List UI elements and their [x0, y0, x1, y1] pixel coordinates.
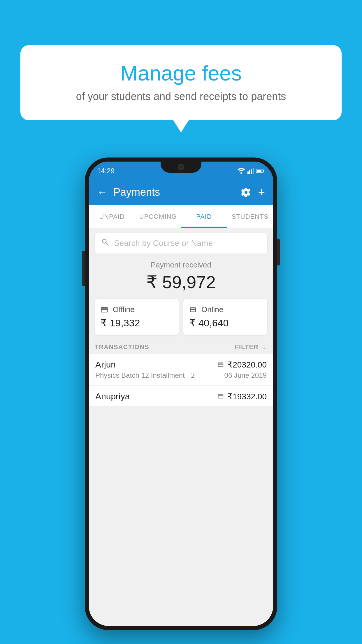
payment-total-amount: ₹ 59,972 [89, 272, 273, 292]
svg-rect-3 [251, 169, 252, 174]
transaction-top-2: Anupriya ₹19332.00 [95, 391, 267, 401]
speech-bubble: Manage fees of your students and send re… [20, 45, 342, 120]
transaction-bottom: Physics Batch 12 Installment - 2 06 June… [95, 371, 267, 379]
offline-icon [100, 306, 109, 314]
phone-outer: 14:29 [85, 158, 277, 630]
offline-payment-icon [217, 393, 224, 400]
svg-rect-4 [253, 168, 254, 174]
filter-icon [261, 344, 267, 350]
payment-summary: Payment received ₹ 59,972 [89, 253, 273, 296]
online-amount: ₹ 40,640 [189, 317, 262, 329]
svg-point-0 [240, 172, 242, 174]
tab-paid[interactable]: PAID [181, 205, 227, 228]
add-button[interactable]: + [258, 186, 265, 199]
camera [178, 164, 184, 170]
online-icon [189, 306, 197, 313]
online-card-header: Online [189, 305, 262, 314]
offline-card-header: Offline [100, 305, 173, 314]
search-bar[interactable]: Search by Course or Name [95, 233, 267, 253]
transaction-top: Arjun ₹20320.00 [95, 360, 267, 370]
transaction-date: 06 June 2019 [224, 371, 267, 379]
content-area: Search by Course or Name Payment receive… [89, 228, 273, 626]
student-name: Arjun [95, 360, 116, 370]
table-row[interactable]: Anupriya ₹19332.00 [89, 386, 273, 406]
transaction-amount-wrap-2: ₹19332.00 [217, 392, 267, 401]
settings-icon[interactable] [241, 187, 251, 197]
transaction-amount: ₹20320.00 [227, 360, 267, 370]
offline-amount: ₹ 19,332 [101, 317, 173, 329]
filter-button[interactable]: FILTER [235, 343, 267, 351]
offline-payment-card: Offline ₹ 19,332 [95, 299, 179, 335]
phone-notch [161, 162, 201, 173]
online-payment-card: Online ₹ 40,640 [183, 299, 267, 335]
payment-cards: Offline ₹ 19,332 Online [89, 299, 273, 339]
tab-upcoming[interactable]: UPCOMING [135, 205, 181, 228]
svg-rect-2 [249, 170, 250, 174]
battery-icon [256, 169, 264, 173]
back-button[interactable]: ← [97, 186, 108, 198]
svg-rect-1 [247, 172, 249, 174]
signal-icon [247, 168, 254, 174]
speech-bubble-container: Manage fees of your students and send re… [20, 45, 342, 120]
phone-screen: 14:29 [89, 162, 273, 626]
search-input[interactable]: Search by Course or Name [114, 239, 261, 248]
bubble-title: Manage fees [38, 61, 324, 85]
transaction-amount-2: ₹19332.00 [227, 392, 267, 401]
online-payment-icon [217, 361, 224, 368]
svg-rect-7 [257, 170, 261, 172]
phone-mockup: 14:29 [85, 158, 277, 630]
table-row[interactable]: Arjun ₹20320.00 Physics Batch 12 Install… [89, 354, 273, 386]
transactions-header: TRANSACTIONS FILTER [89, 339, 273, 354]
search-icon [101, 238, 109, 248]
online-label: Online [201, 305, 223, 314]
status-time: 14:29 [97, 166, 115, 175]
payment-received-label: Payment received [89, 260, 273, 270]
filter-label: FILTER [235, 343, 259, 351]
bubble-subtitle: of your students and send receipts to pa… [38, 90, 324, 103]
page-background: Manage fees of your students and send re… [0, 0, 362, 644]
status-icons [238, 167, 264, 174]
app-title: Payments [113, 186, 241, 198]
tab-students[interactable]: STUDENTS [227, 205, 273, 228]
app-bar: ← Payments + [89, 179, 273, 205]
offline-label: Offline [113, 305, 135, 314]
transaction-amount-wrap: ₹20320.00 [217, 360, 267, 370]
wifi-icon [238, 168, 245, 174]
tabs-bar: UNPAID UPCOMING PAID STUDENTS [89, 205, 273, 228]
transactions-label: TRANSACTIONS [95, 343, 149, 351]
tab-unpaid[interactable]: UNPAID [89, 205, 135, 228]
course-info: Physics Batch 12 Installment - 2 [95, 371, 195, 379]
student-name-2: Anupriya [95, 391, 130, 401]
svg-rect-6 [263, 170, 264, 172]
